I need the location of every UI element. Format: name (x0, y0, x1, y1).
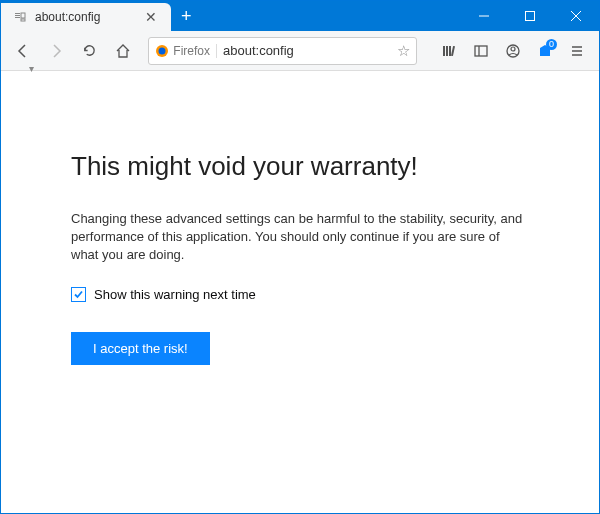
svg-rect-12 (446, 46, 448, 56)
svg-rect-11 (443, 46, 445, 56)
show-warning-label: Show this warning next time (94, 287, 256, 302)
notifications-button[interactable]: 0 (531, 37, 559, 65)
identity-label: Firefox (173, 44, 210, 58)
tab-close-icon[interactable]: ✕ (141, 9, 161, 25)
svg-rect-13 (449, 46, 451, 56)
navigation-toolbar: ▾ Firefox ☆ 0 (1, 31, 599, 71)
reload-button[interactable] (76, 37, 103, 65)
svg-rect-4 (21, 19, 25, 21)
new-tab-button[interactable]: + (171, 1, 202, 31)
about-config-warning: This might void your warranty! Changing … (1, 71, 599, 365)
svg-point-10 (159, 47, 166, 54)
home-button[interactable] (109, 37, 136, 65)
account-button[interactable] (499, 37, 527, 65)
back-history-dropdown-icon[interactable]: ▾ (29, 63, 34, 74)
window-titlebar: about:config ✕ + (1, 1, 599, 31)
window-minimize-button[interactable] (461, 1, 507, 31)
svg-rect-2 (15, 17, 20, 18)
svg-rect-3 (21, 13, 25, 18)
sidebar-button[interactable] (467, 37, 495, 65)
bookmark-star-icon[interactable]: ☆ (397, 42, 410, 60)
svg-rect-0 (15, 13, 20, 14)
checkmark-icon (73, 289, 84, 300)
show-warning-checkbox-row[interactable]: Show this warning next time (71, 287, 529, 302)
svg-rect-15 (475, 46, 487, 56)
svg-rect-6 (526, 12, 535, 21)
firefox-logo-icon (155, 44, 169, 58)
window-close-button[interactable] (553, 1, 599, 31)
notification-badge: 0 (546, 39, 557, 50)
svg-rect-1 (15, 15, 20, 16)
app-menu-button[interactable] (563, 37, 591, 65)
url-input[interactable] (223, 43, 391, 58)
tab-title: about:config (35, 10, 100, 24)
warning-heading: This might void your warranty! (71, 151, 529, 182)
identity-box[interactable]: Firefox (155, 44, 217, 58)
accept-risk-button[interactable]: I accept the risk! (71, 332, 210, 365)
back-button[interactable] (9, 37, 36, 65)
library-button[interactable] (435, 37, 463, 65)
show-warning-checkbox[interactable] (71, 287, 86, 302)
url-bar[interactable]: Firefox ☆ (148, 37, 417, 65)
tab-favicon-icon (13, 10, 27, 24)
svg-rect-14 (451, 45, 455, 55)
svg-point-18 (511, 47, 515, 51)
window-maximize-button[interactable] (507, 1, 553, 31)
browser-tab[interactable]: about:config ✕ (1, 3, 171, 31)
forward-button[interactable] (42, 37, 69, 65)
warning-body: Changing these advanced settings can be … (71, 210, 529, 265)
